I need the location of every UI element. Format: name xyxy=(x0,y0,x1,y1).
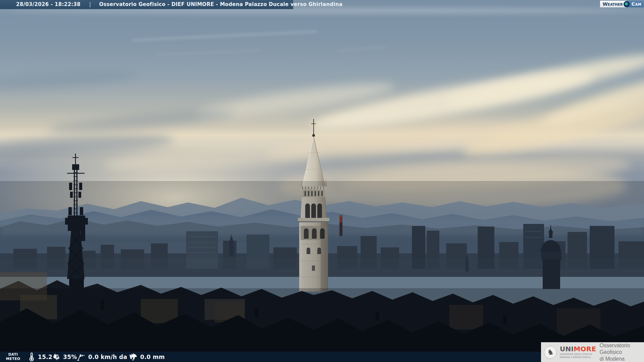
rain-icon xyxy=(129,353,138,361)
unimore-uni: UNI xyxy=(560,345,574,353)
wind-icon xyxy=(76,353,86,361)
unimore-subtitle: UNIVERSITÀ DEGLI STUDI DI MODENA E REGGI… xyxy=(560,353,596,359)
humidity-value: 35% xyxy=(63,354,77,360)
weathercam-logo: Weather Cam xyxy=(600,1,644,7)
thermometer-icon xyxy=(28,353,36,361)
header-datetime: 28/03/2026 - 18:22:38 xyxy=(16,1,80,7)
unimore-wordmark: UNIMORE UNIVERSITÀ DEGLI STUDI DI MODENA… xyxy=(560,346,596,359)
svg-text:♞: ♞ xyxy=(546,347,554,357)
unimore-logo-box: ♞ UNIMORE UNIVERSITÀ DEGLI STUDI DI MODE… xyxy=(541,342,644,362)
globe-icon xyxy=(624,1,630,7)
humidity-reading: 35% xyxy=(52,352,77,362)
weathercam-logo-weather: Weather xyxy=(600,1,627,7)
dati-meteo-label: DATI METEO xyxy=(3,352,23,361)
rain-reading: 0.0 mm xyxy=(129,352,165,362)
webcam-title: Osservatorio Geofisico - DIEF UNIMORE - … xyxy=(99,1,342,7)
unimore-more: MORE xyxy=(574,345,596,353)
humidity-icon xyxy=(52,353,61,361)
header-bar: 28/03/2026 - 18:22:38 | Osservatorio Geo… xyxy=(0,0,293,9)
wind-reading: 0.0 km/h da W xyxy=(76,352,136,362)
dusk-overlay xyxy=(0,181,644,362)
observatory-name: Osservatorio Geofisico di Modena xyxy=(600,342,644,362)
unimore-seal-icon: ♞ xyxy=(543,345,557,359)
webcam-photo xyxy=(0,0,644,362)
header-separator: | xyxy=(89,1,91,7)
wind-value: 0.0 km/h da W xyxy=(88,354,136,360)
rain-value: 0.0 mm xyxy=(140,354,165,360)
